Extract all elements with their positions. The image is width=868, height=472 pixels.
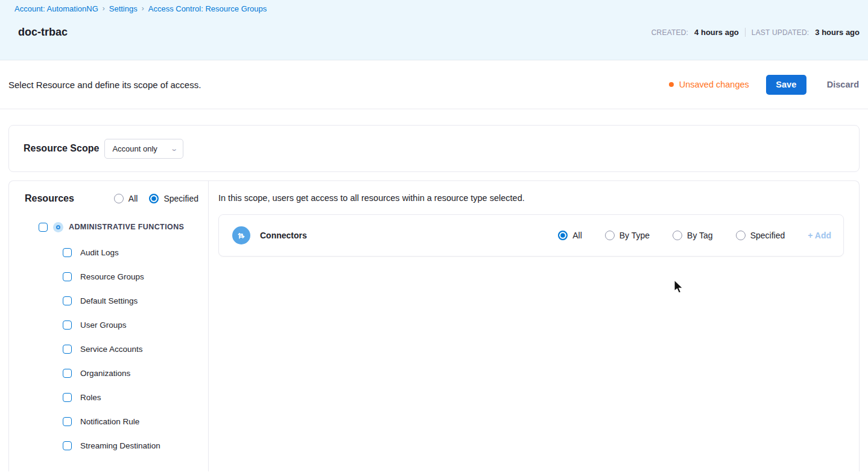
item-checkbox[interactable] (63, 441, 72, 450)
radio-all[interactable]: All (114, 194, 138, 203)
radio-selected-icon (558, 231, 568, 240)
resources-mode-radio-group: All Specified (114, 194, 198, 203)
radio-unselected-icon (673, 231, 682, 240)
resource-group-detail-page: Account: AutomationNG › Settings › Acces… (0, 0, 868, 472)
tree-item-streaming-destination[interactable]: Streaming Destination (9, 433, 208, 458)
scope-description: In this scope, users get access to all r… (218, 193, 844, 203)
breadcrumb-separator-icon: › (142, 4, 144, 13)
page-title: doc-trbac (18, 26, 68, 39)
connectors-access-radio-group: All By Type By Tag Specified (558, 231, 831, 240)
resource-type-tree: ADMINISTRATIVE FUNCTIONS Audit Logs Reso… (9, 220, 208, 458)
radio-selected-icon (149, 194, 159, 203)
content-area: Resource Scope Account only ⌄ Resources … (0, 109, 868, 471)
radio-all-label: All (128, 194, 138, 203)
item-checkbox[interactable] (63, 369, 72, 378)
tree-item-label: Resource Groups (80, 272, 144, 281)
last-updated-value: 3 hours ago (815, 28, 860, 37)
connectors-radio-by-tag[interactable]: By Tag (673, 231, 713, 240)
radio-unselected-icon (605, 231, 615, 240)
unsaved-changes-badge: Unsaved changes (669, 80, 749, 89)
tree-group-administrative-functions[interactable]: ADMINISTRATIVE FUNCTIONS (9, 220, 208, 234)
meta-divider (745, 28, 746, 37)
resource-scope-selected-value: Account only (112, 144, 157, 153)
item-checkbox[interactable] (63, 272, 72, 281)
add-connectors-link[interactable]: + Add (808, 231, 831, 240)
tree-item-notification-rule[interactable]: Notification Rule (9, 409, 208, 433)
group-checkbox[interactable] (39, 223, 48, 232)
connectors-radio-specified-label: Specified (750, 231, 785, 240)
tree-item-label: Streaming Destination (80, 441, 160, 450)
connectors-radio-specified[interactable]: Specified (736, 231, 785, 240)
breadcrumb-separator-icon: › (103, 4, 105, 13)
resource-scope-dropdown[interactable]: Account only ⌄ (104, 139, 183, 159)
connectors-label: Connectors (260, 231, 307, 240)
item-checkbox[interactable] (63, 345, 72, 354)
tree-item-user-groups[interactable]: User Groups (9, 313, 208, 337)
discard-button[interactable]: Discard (827, 80, 859, 89)
toolbar-description: Select Resource and define its scope of … (8, 80, 201, 90)
tree-item-service-accounts[interactable]: Service Accounts (9, 337, 208, 361)
radio-specified-label: Specified (163, 194, 198, 203)
resources-heading: Resources (25, 193, 74, 204)
tree-item-label: Audit Logs (80, 248, 119, 257)
radio-unselected-icon (114, 194, 124, 203)
breadcrumb-settings-link[interactable]: Settings (109, 4, 138, 13)
connectors-row: Connectors All By Type By Tag (218, 214, 844, 257)
group-label: ADMINISTRATIVE FUNCTIONS (69, 223, 184, 231)
connectors-radio-by-type-label: By Type (619, 231, 650, 240)
connectors-icon (232, 226, 250, 244)
toolbar: Select Resource and define its scope of … (0, 60, 868, 109)
tree-item-organizations[interactable]: Organizations (9, 361, 208, 385)
tree-item-label: Service Accounts (80, 345, 143, 354)
admin-functions-bullet-icon (53, 222, 63, 232)
resources-detail: In this scope, users get access to all r… (209, 181, 859, 471)
tree-item-label: User Groups (80, 321, 127, 330)
tree-item-resource-groups[interactable]: Resource Groups (9, 264, 208, 289)
connectors-radio-by-tag-label: By Tag (687, 231, 713, 240)
tree-item-roles[interactable]: Roles (9, 385, 208, 409)
tree-item-label: Roles (80, 393, 101, 402)
created-value: 4 hours ago (694, 28, 739, 37)
last-updated-label: LAST UPDATED: (752, 28, 809, 37)
item-checkbox[interactable] (63, 393, 72, 402)
resource-scope-panel: Resource Scope Account only ⌄ (8, 125, 860, 172)
unsaved-dot-icon (669, 82, 674, 87)
created-label: CREATED: (651, 28, 688, 37)
chevron-down-icon: ⌄ (170, 145, 178, 153)
breadcrumb-access-control-link[interactable]: Access Control: Resource Groups (148, 4, 267, 13)
item-checkbox[interactable] (63, 417, 72, 426)
breadcrumb-account-link[interactable]: Account: AutomationNG (14, 4, 98, 13)
tree-item-default-settings[interactable]: Default Settings (9, 289, 208, 313)
resources-panel: Resources All Specified (8, 180, 860, 471)
connectors-radio-by-type[interactable]: By Type (605, 231, 650, 240)
connectors-radio-all-label: All (572, 231, 582, 240)
resource-scope-heading: Resource Scope (24, 143, 99, 154)
resources-sidebar: Resources All Specified (9, 181, 209, 471)
item-checkbox[interactable] (63, 296, 72, 305)
save-button[interactable]: Save (766, 75, 806, 95)
tree-item-label: Notification Rule (80, 417, 139, 426)
connectors-radio-all[interactable]: All (558, 231, 582, 240)
unsaved-changes-label: Unsaved changes (679, 80, 749, 89)
item-checkbox[interactable] (63, 321, 72, 330)
tree-item-label: Organizations (80, 369, 130, 378)
page-header: Account: AutomationNG › Settings › Acces… (0, 0, 868, 60)
tree-item-label: Default Settings (80, 296, 138, 305)
header-meta: CREATED: 4 hours ago LAST UPDATED: 3 hou… (651, 28, 860, 37)
radio-specified[interactable]: Specified (149, 194, 198, 203)
radio-unselected-icon (736, 231, 746, 240)
tree-item-audit-logs[interactable]: Audit Logs (9, 240, 208, 264)
item-checkbox[interactable] (63, 248, 72, 257)
breadcrumb: Account: AutomationNG › Settings › Acces… (14, 3, 860, 14)
